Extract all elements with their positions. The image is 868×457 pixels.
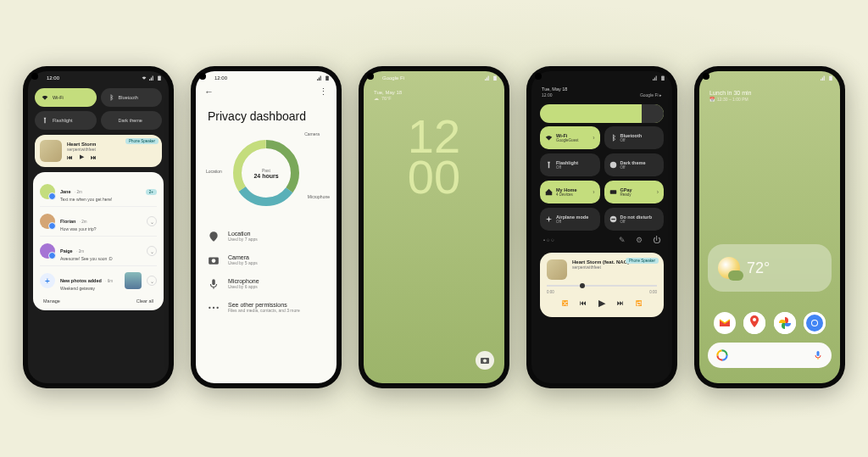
perm-subtitle: Files and media, contacts, and 3 more — [228, 308, 300, 313]
manage-button[interactable]: Manage — [43, 298, 60, 304]
expand-icon[interactable]: ⌄ — [147, 246, 157, 256]
notif-message: Weekend getaway — [60, 286, 120, 291]
svg-point-22 — [753, 318, 756, 321]
page-title: Privacy dashboard — [196, 99, 337, 130]
shuffle-icon[interactable]: 🔀 — [562, 300, 568, 306]
weather-widget[interactable]: 72° — [708, 244, 832, 292]
notification-item[interactable]: Florian · 2m How was your trip? ⌄ — [36, 207, 160, 236]
brightness-slider[interactable] — [540, 104, 664, 123]
dark-theme-icon — [108, 117, 114, 124]
at-a-glance-event[interactable]: Lunch in 30 min — [699, 85, 840, 96]
repeat-icon[interactable]: 🔁 — [636, 300, 642, 306]
media-card[interactable]: Heart Storm serpentwithfeet ⏮ ▶ ⏭ Phone … — [35, 135, 162, 167]
qs-bluetooth-tile[interactable]: Bluetooth — [101, 88, 163, 107]
notification-panel: Jane · 2m Text me when you get here! 2+ … — [33, 172, 164, 310]
app-dock — [699, 312, 840, 334]
tile-subtitle: GoogleGuest — [556, 138, 589, 142]
notif-sender: Paige — [60, 248, 73, 254]
perm-subtitle: Used by 7 apps — [228, 237, 258, 242]
more-icon[interactable]: ⋮ — [319, 86, 328, 98]
permission-item[interactable]: LocationUsed by 7 apps — [208, 225, 325, 248]
qs-dnd-tile[interactable]: Do not disturbOff — [604, 208, 665, 231]
edit-icon[interactable]: ✎ — [619, 236, 626, 244]
notification-item[interactable]: Jane · 2m Text me when you get here! 2+ — [36, 177, 160, 206]
tile-subtitle: Off — [620, 220, 659, 224]
permission-item[interactable]: MicrophoneUsed by 6 apps — [208, 272, 325, 296]
artist-name: serpentwithfeet — [67, 147, 157, 152]
settings-icon[interactable]: ⚙ — [636, 236, 643, 244]
gmail-app-icon[interactable] — [714, 312, 736, 334]
chart-segment-label: Microphone — [308, 194, 330, 199]
play-icon[interactable]: ▶ — [80, 153, 84, 160]
qs-wifi-tile[interactable]: Wi-FiGoogleGuest › — [540, 126, 600, 149]
qs-darktheme-tile[interactable]: Dark themeOff — [604, 153, 665, 176]
qs-darktheme-tile[interactable]: Dark theme — [101, 111, 163, 130]
qs-tile-label: Bluetooth — [119, 95, 138, 100]
expand-icon[interactable]: ⌄ — [147, 216, 157, 226]
qs-home-tile[interactable]: My Home4 Devices › — [540, 181, 600, 203]
event-time-text: 12:30 – 1:00 PM — [717, 97, 748, 102]
chevron-icon: › — [593, 189, 594, 195]
camera-hole-icon — [199, 73, 206, 80]
cloud-icon: ☁ — [374, 96, 379, 101]
status-time: 12:00 — [47, 75, 59, 81]
output-badge[interactable]: Phone Speaker — [626, 258, 659, 264]
qs-flashlight-tile[interactable]: Flashlight — [35, 111, 97, 130]
status-bar: 12:00 — [28, 71, 169, 85]
play-icon[interactable]: ▶ — [598, 298, 605, 309]
svg-rect-15 — [661, 76, 665, 81]
notif-message: Text me when you get here! — [60, 197, 141, 202]
mic-icon[interactable] — [813, 350, 823, 360]
qs-wifi-tile[interactable]: Wi-Fi — [35, 88, 97, 107]
camera-hole-icon — [703, 73, 709, 80]
signal-icon — [821, 75, 826, 81]
status-carrier: Google Fi — [382, 75, 404, 81]
permission-item[interactable]: CameraUsed by 5 apps — [208, 248, 325, 272]
svg-point-14 — [483, 359, 487, 363]
notification-item[interactable]: Paige · 2m Awesome! See you soon :D ⌄ — [36, 237, 160, 265]
permission-item[interactable]: See other permissionsFiles and media, co… — [208, 296, 325, 320]
back-icon[interactable]: ← — [204, 86, 214, 98]
clear-all-button[interactable]: Clear all — [136, 298, 153, 304]
notif-message: Awesome! See you soon :D — [60, 256, 142, 261]
next-icon[interactable]: ⏭ — [91, 154, 97, 160]
maps-app-icon[interactable] — [743, 312, 765, 334]
bluetooth-icon — [609, 134, 617, 142]
signal-icon — [485, 75, 490, 81]
prev-icon[interactable]: ⏮ — [580, 299, 587, 307]
expand-icon[interactable]: ⌄ — [147, 276, 157, 286]
battery-icon — [828, 75, 833, 81]
battery-icon — [660, 75, 665, 81]
battery-icon — [325, 75, 330, 81]
qs-airplane-tile[interactable]: Airplane modeOff — [540, 208, 600, 231]
qs-time: 12:00 — [542, 92, 553, 98]
output-badge[interactable]: Phone Speaker — [125, 138, 159, 144]
camera-hole-icon — [535, 73, 542, 80]
home-icon — [545, 188, 553, 196]
progress-bar[interactable] — [547, 285, 657, 287]
tile-subtitle: Off — [556, 220, 595, 224]
photos-app-icon[interactable] — [774, 312, 796, 334]
media-card[interactable]: Phone Speaker Heart Storm (feat. NAO) se… — [540, 253, 664, 317]
notification-item[interactable]: + New photos added · 6m Weekend getaway … — [36, 266, 160, 295]
prev-icon[interactable]: ⏮ — [67, 154, 73, 160]
add-photos-icon: + — [40, 273, 55, 288]
notif-message: How was your trip? — [60, 226, 142, 231]
qs-flashlight-tile[interactable]: FlashlightOff — [540, 153, 600, 176]
chart-segment-label: Location — [206, 169, 222, 174]
svg-point-16 — [609, 162, 616, 169]
battery-icon — [157, 75, 162, 81]
qs-bluetooth-tile[interactable]: BluetoothOff — [604, 126, 665, 149]
qs-gpay-tile[interactable]: GPayReady › — [604, 181, 665, 203]
qs-tile-label: Flashlight — [53, 118, 73, 123]
location-icon — [208, 231, 220, 242]
perm-subtitle: Used by 6 apps — [228, 284, 259, 289]
google-search-bar[interactable] — [708, 343, 832, 368]
usage-chart: Past 24 hours Camera Microphone Location — [228, 135, 304, 211]
photo-thumbnail — [125, 272, 142, 289]
power-icon[interactable]: ⏻ — [653, 236, 660, 244]
next-icon[interactable]: ⏭ — [617, 299, 624, 307]
chrome-app-icon[interactable] — [804, 312, 826, 334]
camera-shortcut[interactable] — [476, 351, 494, 370]
dark-theme-icon — [609, 161, 617, 169]
